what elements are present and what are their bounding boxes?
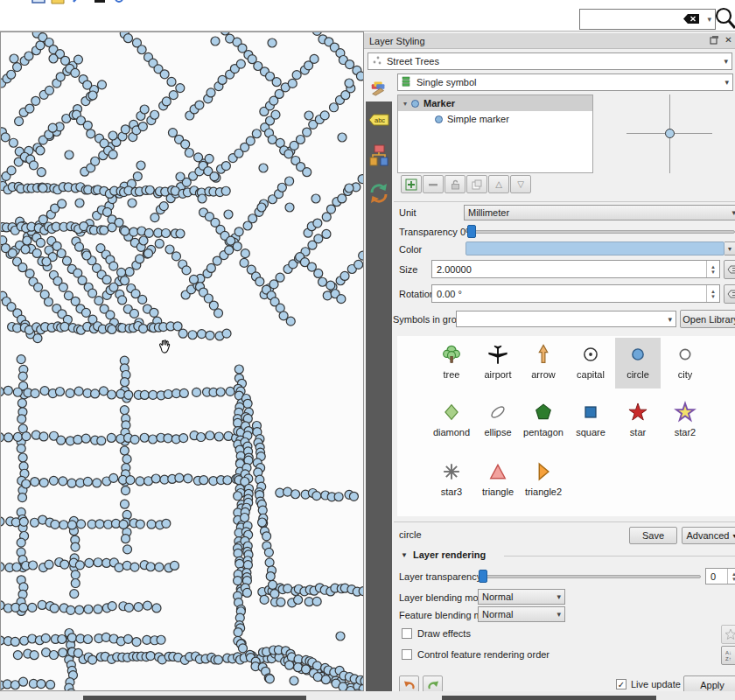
search-dropdown-caret[interactable]: ▾	[707, 15, 711, 24]
symbol-cell-city[interactable]: city	[662, 338, 708, 388]
symbol-cell-star3[interactable]: star3	[429, 455, 474, 506]
symbol-cell-capital[interactable]: capital	[568, 338, 613, 388]
tab-diagrams[interactable]	[366, 138, 392, 173]
arrow-symbol-icon	[532, 343, 555, 366]
float-panel-icon[interactable]	[709, 35, 720, 46]
chevron-down-icon: ▾	[724, 57, 728, 66]
symbol-label: tree	[444, 369, 460, 380]
transparency-slider-handle[interactable]	[467, 225, 476, 238]
symbol-cell-tree[interactable]: tree	[429, 338, 474, 388]
triangle-symbol-icon	[486, 460, 509, 483]
advanced-button[interactable]: Advanced ▾	[682, 527, 735, 544]
toolbar-folder-icon[interactable]	[51, 0, 65, 5]
renderer-selector[interactable]: Single symbol ▾	[397, 74, 733, 91]
symbol-cell-circle[interactable]: circle	[615, 338, 661, 388]
redo-button[interactable]	[423, 676, 443, 691]
effects-options-button[interactable]	[721, 625, 735, 644]
tab-labels[interactable]: abc	[366, 105, 392, 135]
triangle2-symbol-icon	[532, 460, 555, 483]
locator-search-input[interactable]: ▾	[579, 9, 716, 30]
star3-symbol-icon	[440, 460, 463, 483]
control-rendering-order-checkbox[interactable]	[402, 649, 412, 660]
tree-item-label: Marker	[424, 98, 455, 108]
panel-title: Layer Styling	[364, 33, 735, 49]
symbol-cell-star2[interactable]: star2	[662, 396, 708, 446]
layer-blending-dropdown[interactable]: Normal ▾	[478, 589, 565, 605]
marker-symbol-icon	[411, 100, 419, 108]
symbol-cell-arrow[interactable]: arrow	[521, 338, 566, 388]
symbol-cell-pentagon[interactable]: pentagon	[521, 396, 566, 446]
transparency-slider[interactable]	[467, 230, 735, 234]
layer-selector[interactable]: Street Trees ▾	[368, 52, 732, 70]
layer-transparency-slider-handle[interactable]	[479, 570, 487, 583]
feature-blending-dropdown[interactable]: Normal ▾	[478, 606, 565, 622]
spinner-arrows-icon[interactable]: ▲▼	[706, 261, 719, 277]
layer-selector-value: Street Trees	[387, 56, 439, 66]
symbol-cell-square[interactable]: square	[568, 396, 613, 446]
tree-item-simple-marker[interactable]: Simple marker	[398, 111, 592, 127]
symbol-label: triangle	[482, 486, 514, 497]
color-dropdown-caret[interactable]: ▾	[724, 242, 735, 256]
layer-transparency-label: Layer transparency	[399, 571, 481, 582]
rotation-data-defined-button[interactable]	[724, 284, 735, 304]
symbols-group-dropdown[interactable]: ▾	[456, 311, 676, 327]
size-data-defined-button[interactable]	[724, 260, 735, 279]
collapse-triangle-icon[interactable]: ▼	[401, 551, 408, 559]
rendering-order-options-button[interactable]: A↓Z↑	[721, 646, 735, 665]
close-panel-icon[interactable]: ✕	[723, 35, 734, 46]
size-spinbox[interactable]: 2.00000 ▲▼	[431, 260, 720, 278]
layer-rendering-header[interactable]: Layer rendering	[413, 550, 486, 560]
expand-chevron-icon[interactable]: ▾	[403, 100, 407, 108]
move-down-button[interactable]: ▽	[510, 175, 531, 193]
move-up-button[interactable]: △	[488, 175, 509, 193]
symbol-label: diamond	[433, 427, 470, 438]
ellipse-symbol-icon	[486, 401, 509, 424]
symbol-cell-ellipse[interactable]: ellipse	[475, 396, 521, 446]
toolbar-rect-icon[interactable]	[93, 0, 107, 5]
toolbar-window-icon[interactable]	[32, 0, 46, 5]
symbol-cell-star[interactable]: star	[615, 396, 661, 446]
street-trees-point-layer	[1, 32, 363, 690]
star2-symbol-icon	[674, 401, 696, 424]
symbol-label: star3	[441, 486, 462, 497]
tree-item-marker[interactable]: ▾ Marker	[398, 95, 592, 111]
toolbar-save-icon[interactable]	[72, 0, 86, 5]
symbol-label: arrow	[531, 369, 556, 380]
symbol-cell-triangle2[interactable]: triangle2	[521, 455, 566, 506]
symbol-cell-triangle[interactable]: triangle	[475, 455, 521, 506]
layer-transparency-spinbox[interactable]: 0 ▲▼	[705, 568, 735, 584]
unit-dropdown[interactable]: Millimeter ▾	[464, 205, 735, 220]
color-label: Color	[399, 244, 422, 255]
spinner-arrows-icon[interactable]: ▲▼	[727, 569, 735, 584]
symbol-label: pentagon	[523, 427, 564, 438]
rotation-spinbox[interactable]: 0.00 ° ▲▼	[431, 284, 720, 303]
apply-button[interactable]: Apply	[683, 676, 735, 691]
map-canvas[interactable]	[0, 32, 364, 691]
open-library-button[interactable]: Open Library	[680, 310, 735, 328]
save-button[interactable]: Save	[629, 527, 677, 544]
color-button[interactable]	[466, 242, 724, 256]
remove-symbol-layer-button[interactable]	[423, 175, 444, 193]
symbol-cell-diamond[interactable]: diamond	[429, 396, 474, 446]
add-symbol-layer-button[interactable]	[401, 175, 422, 193]
symbol-name-field[interactable]: circle	[399, 529, 422, 540]
search-icon[interactable]	[714, 5, 735, 32]
live-update-checkbox[interactable]: ✓	[616, 679, 626, 690]
clear-input-icon[interactable]	[682, 13, 700, 26]
chevron-down-icon: ▾	[732, 208, 735, 217]
control-rendering-order-label: Control feature rendering order	[417, 649, 550, 660]
svg-text:abc: abc	[374, 116, 385, 124]
star-symbol-icon	[626, 401, 649, 424]
duplicate-symbol-layer-button[interactable]	[466, 175, 487, 193]
tab-symbology[interactable]	[366, 72, 392, 102]
layer-transparency-value: 0	[710, 571, 716, 582]
lock-symbol-layer-button[interactable]	[444, 175, 466, 193]
draw-effects-checkbox[interactable]	[402, 628, 412, 639]
symbol-cell-airport[interactable]: airport	[475, 338, 521, 388]
toolbar-gear-icon[interactable]	[112, 0, 126, 5]
tab-history[interactable]	[366, 177, 392, 210]
airport-symbol-icon	[486, 343, 509, 366]
layer-transparency-slider[interactable]	[478, 575, 701, 578]
spinner-arrows-icon[interactable]: ▲▼	[706, 285, 719, 302]
undo-button[interactable]	[399, 676, 419, 691]
